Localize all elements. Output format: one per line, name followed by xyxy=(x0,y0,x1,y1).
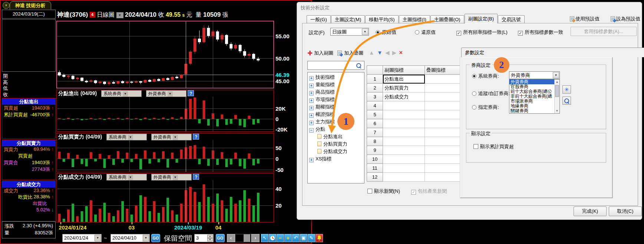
subchart-indicator-cell[interactable] xyxy=(383,164,425,173)
move-right-icon[interactable]: ▶ xyxy=(392,49,397,56)
subchart-indicator-cell[interactable] xyxy=(383,101,425,110)
date-from-combo[interactable]: 2024/01/24▼ xyxy=(62,234,102,242)
expand-icon[interactable]: + xyxy=(309,113,314,118)
table-row[interactable]: 7 xyxy=(367,128,467,137)
undo-icon[interactable]: ↶ xyxy=(292,234,300,242)
delete-icon[interactable]: × xyxy=(399,49,403,56)
alert-bell-icon[interactable] xyxy=(316,234,323,242)
spin-up-icon[interactable]: ▲ xyxy=(207,235,213,238)
set-default-button[interactable]: 設為預設值 xyxy=(611,16,640,22)
tree-item-市場指標[interactable]: +市場指標 xyxy=(309,96,364,104)
search-icon[interactable] xyxy=(356,63,361,68)
listbox-scrollbar[interactable]: ▲▼ xyxy=(554,79,559,113)
subchart-indicator-cell[interactable] xyxy=(383,173,425,182)
scrollbar-thumb[interactable] xyxy=(244,234,250,242)
table-row[interactable]: 10 xyxy=(367,155,467,164)
foreign-broker-dropdown[interactable]: 外資券商▼ xyxy=(151,174,192,180)
tree-item-分點買賣力[interactable]: 分點買賣力 xyxy=(309,141,364,148)
system-broker-dropdown[interactable]: 系統券商▼ xyxy=(106,134,147,140)
use-default-button[interactable]: 使用預設值 xyxy=(570,16,600,22)
subchart-indicator-cell[interactable]: 分點買賣力 xyxy=(383,84,425,92)
scroll-right-button[interactable]: › xyxy=(251,234,260,242)
expand-icon[interactable]: + xyxy=(309,121,314,125)
chevron-down-icon[interactable]: ▼ xyxy=(128,135,133,140)
foreign-broker-dropdown[interactable]: 外資券商▼ xyxy=(146,90,186,97)
tree-item-期權指標[interactable]: +期權指標 xyxy=(309,104,364,111)
clock-icon[interactable] xyxy=(269,234,276,242)
table-row[interactable]: 2分點買賣力 xyxy=(367,84,467,92)
table-row[interactable]: 11 xyxy=(367,164,467,173)
help-icon[interactable]: ? xyxy=(193,174,199,180)
tree-item-主力指標[interactable]: +主力指標 xyxy=(309,118,364,126)
system-broker-radio[interactable]: 系統券商: xyxy=(472,73,499,79)
table-row[interactable]: 12 xyxy=(367,173,467,182)
listbox-item-官股券商[interactable]: 官股券商 xyxy=(509,84,555,89)
system-broker-dropdown[interactable]: 系統券商▼ xyxy=(101,90,142,97)
chevron-down-icon[interactable]: ▼ xyxy=(168,91,173,97)
assigned-broker-radio[interactable]: 指定券商: xyxy=(472,104,499,111)
add-subchart-button[interactable]: 加入副圖 xyxy=(314,50,333,56)
chevron-down-icon[interactable]: ▼ xyxy=(95,235,101,241)
broker-settings-button[interactable]: ✳ xyxy=(562,85,571,94)
tab-移動平均(S)[interactable]: 移動平均(S) xyxy=(365,15,398,23)
raw-value-radio[interactable]: 原始值 xyxy=(376,29,396,36)
move-down-icon[interactable]: ▼ xyxy=(377,49,383,56)
listbox-item-前十大綜合券商(總公[interactable]: 前十大綜合券商(總公 xyxy=(509,89,555,94)
broker-listbox[interactable]: 外資券商官股券商前十大綜合券商(總公非前十大綜合券商(總市場派券商地緣券商關鍵券… xyxy=(509,79,560,114)
table-row[interactable]: 4 xyxy=(367,101,467,110)
show-news-checkbox[interactable]: 顯示新聞(N) xyxy=(367,188,400,195)
include-industry-news-checkbox[interactable]: ✓包括產業新聞 xyxy=(411,188,447,195)
frequency-combo[interactable]: 日線圖▼ xyxy=(330,28,369,36)
indicator-search-input[interactable] xyxy=(307,61,364,70)
restore-value-radio[interactable]: 還原值 xyxy=(415,29,436,36)
listbox-item-非前十大綜合券商(總[interactable]: 非前十大綜合券商(總 xyxy=(509,94,555,99)
listbox-item-外資券商[interactable]: 外資券商 xyxy=(509,79,555,84)
tab-副圖設定(B)[interactable]: 副圖設定(B) xyxy=(465,14,498,23)
alert-count-badge[interactable]: 4 xyxy=(90,12,95,17)
freq-consistent-checkbox[interactable]: ✓所有頻率指標一致(L) xyxy=(456,29,508,36)
table-row[interactable]: 1分點進出 xyxy=(367,75,467,84)
expand-icon[interactable]: + xyxy=(309,84,314,88)
go-space-button[interactable]: GO xyxy=(216,234,225,242)
tab-主圖設定(M)[interactable]: 主圖設定(M) xyxy=(331,15,365,23)
tree-item-分點[interactable]: −分點 xyxy=(309,126,364,133)
add-overlay-button[interactable]: 加入疊圖 xyxy=(344,50,363,56)
subchart-indicator-cell[interactable] xyxy=(383,155,425,164)
chevron-down-icon[interactable]: ▼ xyxy=(173,175,178,180)
subchart-indicator-cell[interactable] xyxy=(383,137,425,146)
scroll-left-button[interactable]: ‹ xyxy=(227,234,235,242)
ok-button[interactable]: 完成(K) xyxy=(574,206,607,216)
table-row[interactable]: 6 xyxy=(367,119,467,128)
scroll-up-icon[interactable]: ▲ xyxy=(555,79,559,84)
tree-item-量能指標[interactable]: +量能指標 xyxy=(309,81,364,89)
tab-一般(G)[interactable]: 一般(G) xyxy=(307,15,331,23)
expand-icon[interactable]: + xyxy=(309,76,314,81)
pan-arrow-icon[interactable]: ↖ xyxy=(261,234,268,242)
period-label[interactable]: 日線圖 xyxy=(97,12,115,18)
tree-item-權證指標[interactable]: +權證指標 xyxy=(309,111,364,118)
listbox-item-市場派券商[interactable]: 市場派券商 xyxy=(509,99,555,104)
subchart-indicator-cell[interactable] xyxy=(383,110,425,119)
collapse-icon[interactable]: − xyxy=(309,128,314,133)
chevron-down-icon[interactable]: ▼ xyxy=(173,135,178,140)
tree-item-分點成交力[interactable]: 分點成交力 xyxy=(309,148,364,156)
param-consistent-checkbox[interactable]: ✓所有指標參數一致 xyxy=(518,29,563,36)
tree-item-技術指標[interactable]: +技術指標 xyxy=(309,74,364,81)
chevron-down-icon[interactable]: ▼ xyxy=(128,175,133,180)
zoom-out-icon[interactable]: − xyxy=(277,234,284,242)
expand-icon[interactable]: + xyxy=(309,106,314,110)
subchart-indicator-cell[interactable]: 分點成交力 xyxy=(383,92,425,101)
tab-主圖指標(I)[interactable]: 主圖指標(I) xyxy=(399,15,430,23)
chevron-down-icon[interactable]: ▼ xyxy=(362,29,368,35)
listbox-item-地緣券商[interactable]: 地緣券商 xyxy=(509,104,555,108)
subchart-indicator-cell[interactable] xyxy=(383,128,425,137)
app-tab-title[interactable]: 神達 技術分析 xyxy=(10,1,51,9)
table-row[interactable]: 3分點成交力 xyxy=(367,92,467,101)
zoom-in-icon[interactable]: + xyxy=(284,234,292,242)
tab-交易訊號[interactable]: 交易訊號 xyxy=(498,15,525,23)
help-icon[interactable]: ? xyxy=(193,134,199,140)
tree-item-XS指標[interactable]: +XS指標 xyxy=(309,156,364,163)
subchart-indicator-cell[interactable]: 分點進出 xyxy=(383,75,425,84)
track-custom-broker-radio[interactable]: 追蹤/自訂券商: xyxy=(472,90,510,97)
subchart-indicator-cell[interactable] xyxy=(383,119,425,128)
